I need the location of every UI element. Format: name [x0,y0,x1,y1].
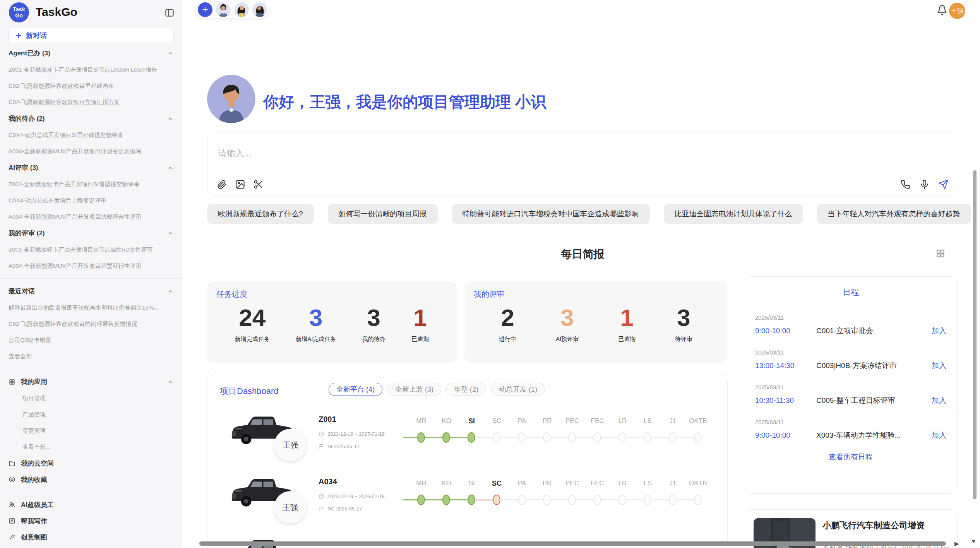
assistant-avatar-2[interactable] [234,2,249,17]
sidebar-item[interactable]: Z001-全新燃油轻卡产品开发项目SI节点属性5D文件评审 [0,241,182,258]
scroll-right-arrow[interactable]: ▶ [954,540,959,547]
sidebar-item-help-me-write[interactable]: 帮我写作 [0,513,182,529]
sidebar-item[interactable]: C02-飞腾新能源轻客改款项目立项汇报方案 [0,94,182,110]
milestone-dot[interactable] [543,432,551,443]
project-milestone-flag: SI-2025-05-17 [319,444,360,449]
voice-call-icon[interactable] [900,179,911,190]
sidebar-item[interactable]: A034-全新新能源MUV产品开发项目造型可行性评审 [0,258,182,274]
sidebar-item[interactable]: Z001-全新燃油轻卡产品开发项目SI造型提交物评审 [0,176,182,192]
view-all-schedule-link[interactable]: 查看所有日程 [744,452,957,462]
suggestion-chip[interactable]: 比亚迪全固态电池计划具体说了什么 [664,204,803,224]
milestone-dot[interactable] [518,432,526,443]
tab-powertrain[interactable]: 动总开发 (1) [491,383,545,396]
app-item-product-mgmt[interactable]: 产品管理 [0,406,182,423]
sidebar-item[interactable]: C0X4-动力总成开发项目SI里程碑提交物检查 [0,127,182,143]
section-my-todo[interactable]: 我的待办 (2) [0,110,182,127]
project-row-a034[interactable]: 王强 A034 2023-12-19 ~ 2026-01-19 SC-2025-… [207,474,728,532]
assistant-avatar-3[interactable] [252,2,267,17]
milestone-dot-done[interactable] [417,495,425,505]
app-item-change-mgmt[interactable]: 变更管理 [0,423,182,439]
chevron-up-icon[interactable] [167,230,173,236]
join-link[interactable]: 加入 [932,396,946,406]
tab-year-model[interactable]: 年型 (2) [446,383,486,396]
milestone-dot[interactable] [618,495,626,505]
milestone-dot-done[interactable] [442,495,450,505]
project-row-z001[interactable]: 王强 Z001 2023-12-19 ~ 2027-01-19 SI-2025-… [207,412,728,470]
join-link[interactable]: 加入 [932,326,946,336]
sidebar-item[interactable]: C0X4-动力总成开发项目工程变更评审 [0,192,182,209]
project-dates: 2023-12-19 ~ 2026-01-19 [319,493,385,499]
apps-view-all[interactable]: 查看全部... [0,439,182,455]
chevron-up-icon[interactable] [167,288,173,295]
milestone-dot[interactable] [669,432,677,443]
section-recent-chats[interactable]: 最近对话 [0,283,182,300]
milestone-dot[interactable] [568,432,576,443]
join-link[interactable]: 加入 [932,361,946,371]
screenshot-scissors-icon[interactable] [253,179,264,190]
suggestion-chip[interactable]: 特朗普可能对进口汽车增税会对中国车企造成哪些影响 [452,204,650,224]
sidebar-item-favorites[interactable]: 我的收藏 [0,471,182,488]
vertical-scrollbar-thumb[interactable] [973,170,977,499]
image-upload-icon[interactable] [235,179,245,190]
milestone-dot[interactable] [493,432,500,443]
app-item-project-mgmt[interactable]: 项目管理 [0,390,182,406]
sidebar-item[interactable]: C02-飞腾新能源轻客改款项目里程碑画布 [0,78,182,94]
scroll-down-arrow[interactable]: ▼ [971,538,977,545]
section-my-review[interactable]: 我的评审 (2) [0,225,182,241]
attachment-icon[interactable] [217,179,227,190]
milestone-dot[interactable] [669,495,677,505]
chevron-up-icon[interactable] [167,50,173,57]
recent-chat-item[interactable]: 公司Q3轻卡销量 [0,332,182,348]
microphone-icon[interactable] [919,179,930,190]
recent-chat-item[interactable]: C02-飞腾新能源轻客改款项目的闭环通告反馈情况 [0,316,182,332]
milestone-dot[interactable] [644,432,651,443]
sidebar-item-cloud-space[interactable]: 我的云空间 [0,455,182,471]
user-avatar[interactable]: 王强 [949,3,965,19]
sidebar-collapse-icon[interactable] [164,8,175,18]
suggestion-chip[interactable]: 如何写一份清晰的项目周报 [328,204,438,224]
layout-grid-icon[interactable] [935,248,946,259]
sidebar-item-ai-super-staff[interactable]: AI超级员工 [0,497,182,513]
milestone-dot[interactable] [593,432,601,443]
recent-chat-item[interactable]: 解释最新出台的欧盟报废车法规再生塑料比例被调至15%... [0,300,182,316]
milestone-dot[interactable] [518,495,526,505]
tab-new-platform[interactable]: 全新平台 (4) [329,383,382,396]
assistant-avatar-1[interactable] [216,2,231,17]
section-agent-done[interactable]: Agent已办 (3) [0,45,182,62]
chevron-up-icon[interactable] [167,116,173,122]
chevron-up-icon[interactable] [167,165,173,171]
milestone-dot-alert[interactable] [493,495,500,505]
milestone-dot-done[interactable] [442,432,450,443]
recent-view-all[interactable]: 查看全部... [0,348,182,365]
section-ai-review[interactable]: AI评审 (3) [0,159,182,176]
suggestion-chip[interactable]: 欧洲新规最近颁布了什么? [207,204,314,224]
add-assistant-button[interactable] [198,2,212,17]
card-title: 任务进度 [216,289,447,300]
milestone-dot[interactable] [618,432,626,443]
milestone-dot[interactable] [568,495,576,505]
milestone-dot-done[interactable] [468,432,475,443]
sidebar-item[interactable]: A034-全新新能源MUV产品开发项目法规符合性评审 [0,209,182,225]
sidebar-item-creative-drawing[interactable]: 创意制图 [0,529,182,545]
milestone-dot[interactable] [694,432,702,443]
new-chat-button[interactable]: 新对话 [9,28,173,43]
section-title: Agent已办 (3) [9,49,50,58]
sidebar-item[interactable]: Z001-全新燃油皮卡产品开发项目SI节点Lesson Learn报告 [0,62,182,78]
chat-input[interactable] [218,147,838,167]
milestone-dot[interactable] [593,495,601,505]
horizontal-scrollbar-thumb[interactable] [199,541,946,546]
milestone-dot[interactable] [694,495,702,505]
notification-bell-icon[interactable] [937,5,947,15]
milestone-dot[interactable] [543,495,551,505]
milestone-dot-done[interactable] [417,432,425,443]
suggestion-chip[interactable]: 当下年轻人对汽车外观有怎样的喜好趋势 [817,204,971,224]
send-icon[interactable] [938,179,949,190]
flag-icon [319,444,324,449]
chevron-up-icon[interactable] [167,379,173,385]
tab-new-body[interactable]: 全新上装 (3) [387,383,441,396]
join-link[interactable]: 加入 [932,430,946,440]
sidebar-item[interactable]: A034-全新新能源MUV产品开发项目计划变更表编写 [0,143,182,159]
milestone-dot[interactable] [644,495,651,505]
milestone-dot-done[interactable] [468,495,475,505]
section-my-apps[interactable]: 我的应用 [0,373,182,390]
